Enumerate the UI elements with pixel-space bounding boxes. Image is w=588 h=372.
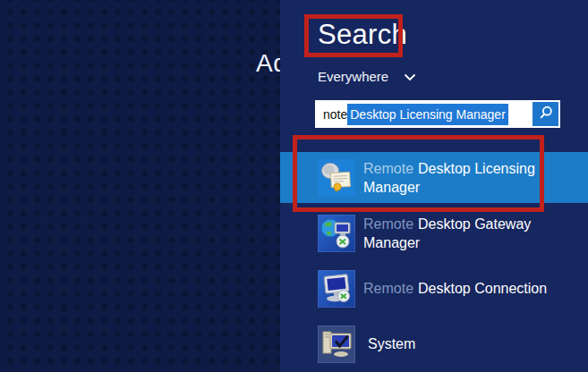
result-label-match: Desktop Connection [418, 281, 547, 296]
search-button[interactable] [533, 102, 558, 126]
result-label-line2: Manager [363, 233, 531, 252]
search-scope-label: Everywhere [318, 69, 388, 84]
remote-desktop-connection-icon [318, 270, 355, 308]
result-label: RemoteDesktop Gateway Manager [363, 215, 531, 252]
search-icon [538, 105, 554, 123]
result-label-line2: Manager [363, 178, 535, 197]
system-icon [318, 326, 355, 363]
result-label-match: System [368, 336, 415, 351]
result-label: System [363, 334, 415, 353]
result-label-prefix: Remote [363, 216, 413, 232]
search-result-system[interactable]: System [280, 318, 588, 369]
result-label: RemoteDesktop Connection [363, 279, 547, 298]
result-label-prefix: Remote [363, 161, 413, 176]
search-result-remote-desktop-gateway-manager[interactable]: RemoteDesktop Gateway Manager [280, 207, 588, 258]
search-input[interactable]: note Desktop Licensing Manager [315, 100, 560, 128]
remote-desktop-gateway-manager-icon [318, 215, 355, 252]
search-charm-panel: Search Everywhere note Desktop Licensing… [280, 0, 588, 372]
chevron-down-icon [404, 69, 416, 84]
search-selected-text: Desktop Licensing Manager [347, 104, 508, 125]
result-label-match: Desktop Gateway [418, 216, 531, 232]
search-typed-text: note [323, 107, 347, 122]
result-label-prefix: Remote [363, 281, 413, 296]
result-label: RemoteDesktop Licensing Manager [363, 159, 535, 197]
search-result-remote-desktop-connection[interactable]: RemoteDesktop Connection [280, 263, 588, 314]
remote-desktop-licensing-manager-icon [318, 159, 355, 197]
search-result-remote-desktop-licensing-manager[interactable]: RemoteDesktop Licensing Manager [280, 152, 588, 203]
search-panel-title: Search [318, 19, 407, 51]
result-label-match: Desktop Licensing [418, 161, 535, 176]
search-scope-dropdown[interactable]: Everywhere [318, 69, 416, 84]
